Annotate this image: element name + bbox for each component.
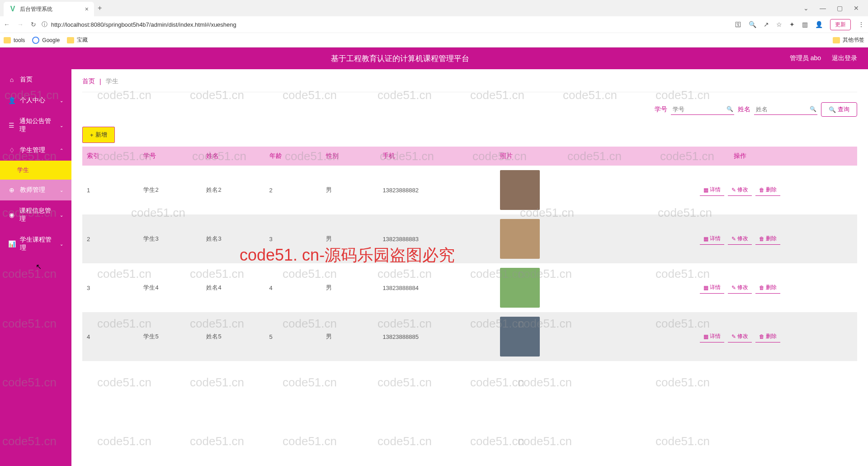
sidebar-item-home[interactable]: ⌂首页 (0, 69, 71, 90)
admin-label[interactable]: 管理员 abo (790, 54, 821, 62)
browser-chrome: V 后台管理系统 × + ⌄ — ▢ ✕ ← → ↻ ⓘ http://loca… (0, 0, 868, 48)
dropdown-icon[interactable]: ⌄ (803, 5, 809, 12)
table-cell: 3 (82, 263, 139, 312)
plus-icon: + (90, 132, 94, 138)
tab-title: 后台管理系统 (20, 5, 52, 13)
detail-button[interactable]: ▦ 详情 (700, 282, 724, 294)
table-cell: 2 (265, 166, 321, 214)
bookmark-treasure[interactable]: 宝藏 (67, 36, 88, 44)
sidebar-item-teacher[interactable]: ⊕教师管理⌄ (0, 180, 71, 200)
photo-cell (495, 263, 623, 312)
table-header: 操作 (623, 147, 857, 166)
edit-button[interactable]: ✎ 修改 (728, 184, 752, 196)
bookmark-google[interactable]: Google (32, 37, 60, 44)
search-icon: 🔍 (726, 106, 733, 112)
search-icon: 🔍 (829, 106, 836, 113)
minimize-icon[interactable]: — (820, 5, 826, 12)
table-cell: 学生4 (139, 263, 202, 312)
url-box[interactable]: ⓘ http://localhost:8080/springboot5h4b7/… (42, 20, 730, 29)
student-table: 索引学号姓名年龄性别手机照片操作 1学生2姓名22男13823888882▦ 详… (82, 147, 857, 361)
table-cell: 男 (321, 166, 378, 214)
browser-tab[interactable]: V 后台管理系统 × (4, 2, 94, 16)
delete-button[interactable]: 🗑 删除 (755, 282, 780, 294)
query-button[interactable]: 🔍查询 (821, 102, 857, 117)
search-input-name[interactable] (754, 104, 817, 115)
table-cell: 男 (321, 214, 378, 263)
detail-button[interactable]: ▦ 详情 (700, 233, 724, 245)
table-cell: 13823888883 (378, 214, 495, 263)
student-photo (500, 170, 540, 210)
edit-button[interactable]: ✎ 修改 (728, 331, 752, 342)
table-header: 姓名 (202, 147, 264, 166)
panel-icon[interactable]: ▥ (802, 21, 808, 28)
window-controls: ⌄ — ▢ ✕ (803, 5, 864, 12)
sidebar-item-notice[interactable]: ☰通知公告管理⌄ (0, 111, 71, 140)
edit-button[interactable]: ✎ 修改 (728, 233, 752, 245)
student-photo (500, 268, 540, 308)
detail-button-icon: ▦ (703, 236, 708, 242)
table-header: 学号 (139, 147, 202, 166)
info-icon[interactable]: ⓘ (42, 20, 47, 29)
key-icon[interactable]: ⚿ (735, 21, 741, 28)
table-header: 照片 (495, 147, 623, 166)
tab-bar: V 后台管理系统 × + ⌄ — ▢ ✕ (0, 0, 868, 16)
forward-icon[interactable]: → (17, 21, 24, 28)
breadcrumb-home[interactable]: 首页 (82, 77, 95, 86)
sidebar-item-student[interactable]: ♢学生管理⌃ (0, 140, 71, 161)
table-header: 索引 (82, 147, 139, 166)
chevron-down-icon: ⌄ (60, 188, 63, 193)
update-button[interactable]: 更新 (830, 19, 851, 30)
maximize-icon[interactable]: ▢ (837, 5, 843, 12)
reload-icon[interactable]: ↻ (31, 21, 36, 28)
detail-button[interactable]: ▦ 详情 (700, 331, 724, 342)
sidebar-subitem-student[interactable]: 学生 (0, 161, 71, 180)
folder-icon (67, 37, 74, 43)
detail-button-icon: ▦ (703, 187, 708, 193)
delete-button[interactable]: 🗑 删除 (755, 233, 780, 245)
sidebar-item-course[interactable]: ◉课程信息管理⌄ (0, 200, 71, 229)
app-header: 基于工程教育认证的计算机课程管理平台 管理员 abo 退出登录 (0, 48, 868, 69)
table-cell: 13823888885 (378, 312, 495, 361)
table-row: 2学生3姓名33男13823888883▦ 详情✎ 修改🗑 删除 (82, 214, 857, 263)
chevron-down-icon: ⌄ (60, 98, 63, 103)
edit-button[interactable]: ✎ 修改 (728, 282, 752, 294)
sidebar-item-profile[interactable]: 👤个人中心⌄ (0, 90, 71, 111)
star-icon[interactable]: ☆ (776, 21, 782, 28)
delete-button[interactable]: 🗑 删除 (755, 184, 780, 196)
sidebar-item-student-course[interactable]: 📊学生课程管理⌄ (0, 229, 71, 258)
address-bar: ← → ↻ ⓘ http://localhost:8080/springboot… (0, 16, 868, 33)
bookmark-other[interactable]: 其他书签 (833, 36, 864, 44)
delete-button-icon: 🗑 (759, 236, 764, 242)
detail-button-icon: ▦ (703, 333, 708, 340)
puzzle-icon[interactable]: ✦ (789, 21, 795, 28)
close-icon[interactable]: × (85, 5, 89, 13)
table-cell: 姓名3 (202, 214, 264, 263)
back-icon[interactable]: ← (4, 21, 10, 28)
search-label-sno: 学号 (655, 105, 667, 114)
bell-icon: ♢ (8, 147, 15, 154)
bookmark-tools[interactable]: tools (4, 37, 25, 43)
bookmark-bar: tools Google 宝藏 其他书签 (0, 33, 868, 47)
folder-icon (833, 37, 840, 43)
logout-button[interactable]: 退出登录 (832, 54, 857, 62)
table-cell: 学生2 (139, 166, 202, 214)
action-cell: ▦ 详情✎ 修改🗑 删除 (623, 312, 857, 361)
main-content: 首页 | 学生 学号 🔍 姓名 🔍 🔍查询 (71, 69, 868, 466)
menu-icon[interactable]: ⋮ (858, 21, 864, 28)
student-photo (500, 219, 540, 259)
delete-button[interactable]: 🗑 删除 (755, 331, 780, 342)
photo-cell (495, 166, 623, 214)
detail-button[interactable]: ▦ 详情 (700, 184, 724, 196)
search-input-sno[interactable] (671, 104, 734, 115)
student-photo (500, 317, 540, 357)
chart-icon: 📊 (8, 240, 15, 247)
table-header: 性别 (321, 147, 378, 166)
close-window-icon[interactable]: ✕ (854, 5, 859, 12)
zoom-icon[interactable]: 🔍 (749, 21, 756, 28)
profile-icon[interactable]: 👤 (815, 21, 823, 28)
share-icon[interactable]: ↗ (764, 21, 769, 28)
add-button[interactable]: +新增 (82, 127, 115, 143)
table-header: 年龄 (265, 147, 321, 166)
new-tab-button[interactable]: + (98, 4, 102, 12)
edit-button-icon: ✎ (731, 187, 736, 193)
